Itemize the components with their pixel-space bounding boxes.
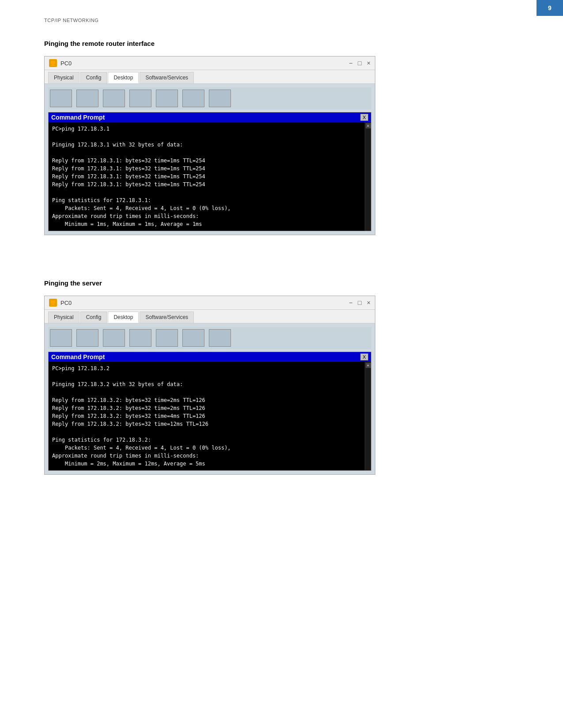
tab-config-1[interactable]: Config (80, 72, 107, 83)
scroll-up-2[interactable]: ▲ (366, 363, 371, 368)
cmd-scrollbar-1: ▲ (365, 122, 371, 231)
desktop-icon-1e (156, 90, 178, 107)
cmd-body-1: PC>ping 172.18.3.1 Pinging 172.18.3.1 wi… (49, 122, 371, 231)
scroll-up-1[interactable]: ▲ (366, 123, 371, 128)
svg-rect-0 (50, 60, 56, 64)
pt-window-2: PC0 − □ × Physical Config Desktop Softwa… (44, 296, 375, 475)
desktop-icon-1b (76, 90, 98, 107)
section-1-title: Pinging the remote router interface (44, 40, 519, 47)
desktop-icon-2a (50, 329, 72, 347)
cmd-window-2: Command Prompt X PC>ping 172.18.3.2 Ping… (48, 352, 371, 471)
desktop-icons-2 (48, 327, 371, 349)
minimize-btn-2[interactable]: − (349, 300, 352, 306)
section-2: Pinging the server PC0 − (44, 279, 519, 475)
section-1: Pinging the remote router interface PC0 (44, 40, 519, 235)
tab-software-1[interactable]: Software/Services (140, 72, 194, 83)
pt-window-1: PC0 − □ × Physical Config Desktop Softwa… (44, 56, 375, 235)
pt-titlebar-1: PC0 − □ × (45, 56, 375, 70)
tab-software-2[interactable]: Software/Services (140, 311, 194, 323)
minimize-btn-1[interactable]: − (349, 60, 352, 66)
cmd-output-1: PC>ping 172.18.3.1 Pinging 172.18.3.1 wi… (52, 125, 367, 228)
pt-body-1: Command Prompt X PC>ping 172.18.3.1 Ping… (45, 84, 375, 235)
svg-rect-3 (50, 300, 56, 304)
pt-window-1-title: PC0 (60, 60, 72, 67)
pt-window-2-title: PC0 (60, 300, 72, 306)
tab-physical-1[interactable]: Physical (48, 72, 79, 83)
tab-desktop-1[interactable]: Desktop (108, 72, 139, 83)
cmd-close-btn-1[interactable]: X (360, 114, 368, 121)
cmd-title-1: Command Prompt (51, 114, 105, 121)
desktop-icon-2f (182, 329, 204, 347)
tab-physical-2[interactable]: Physical (48, 311, 79, 323)
desktop-icon-2c (103, 329, 125, 347)
pt-titlebar-left-1: PC0 (49, 59, 72, 67)
pc-icon-1 (49, 59, 57, 67)
pt-titlebar-left-2: PC0 (49, 299, 72, 307)
cmd-window-1: Command Prompt X PC>ping 172.18.3.1 Ping… (48, 112, 371, 231)
pt-window-controls-2: − □ × (349, 300, 370, 306)
desktop-icon-1a (50, 90, 72, 107)
cmd-output-2: PC>ping 172.18.3.2 Pinging 172.18.3.2 wi… (52, 364, 367, 468)
pt-body-2: Command Prompt X PC>ping 172.18.3.2 Ping… (45, 323, 375, 474)
cmd-close-btn-2[interactable]: X (360, 353, 368, 360)
desktop-icon-2d (129, 329, 151, 347)
maximize-btn-1[interactable]: □ (358, 60, 361, 66)
page-header: TCP/IP NETWORKING (44, 18, 98, 23)
maximize-btn-2[interactable]: □ (358, 300, 361, 306)
desktop-icon-1f (182, 90, 204, 107)
section-gap (44, 253, 519, 279)
pt-titlebar-2: PC0 − □ × (45, 296, 375, 310)
tab-config-2[interactable]: Config (80, 311, 107, 323)
close-btn-1[interactable]: × (367, 60, 370, 66)
svg-rect-2 (51, 65, 55, 66)
desktop-icon-1c (103, 90, 125, 107)
cmd-scrollbar-2: ▲ (365, 362, 371, 470)
svg-rect-5 (51, 305, 55, 305)
desktop-icon-2e (156, 329, 178, 347)
cmd-titlebar-1: Command Prompt X (49, 113, 371, 122)
pc-icon-2 (49, 299, 57, 307)
pt-tabs-2: Physical Config Desktop Software/Service… (45, 310, 375, 323)
svg-rect-4 (52, 304, 54, 305)
desktop-icon-1g (209, 90, 231, 107)
cmd-body-2: PC>ping 172.18.3.2 Pinging 172.18.3.2 wi… (49, 362, 371, 470)
desktop-icons-1 (48, 87, 371, 109)
cmd-titlebar-2: Command Prompt X (49, 352, 371, 362)
desktop-icon-2g (209, 329, 231, 347)
pt-window-controls-1: − □ × (349, 60, 370, 66)
section-2-title: Pinging the server (44, 279, 519, 287)
tab-desktop-2[interactable]: Desktop (108, 311, 139, 323)
svg-rect-1 (52, 64, 54, 65)
desktop-icon-2b (76, 329, 98, 347)
cmd-title-2: Command Prompt (51, 353, 105, 360)
desktop-icon-1d (129, 90, 151, 107)
page-number: 9 (537, 0, 563, 16)
close-btn-2[interactable]: × (367, 300, 370, 306)
pt-tabs-1: Physical Config Desktop Software/Service… (45, 70, 375, 84)
